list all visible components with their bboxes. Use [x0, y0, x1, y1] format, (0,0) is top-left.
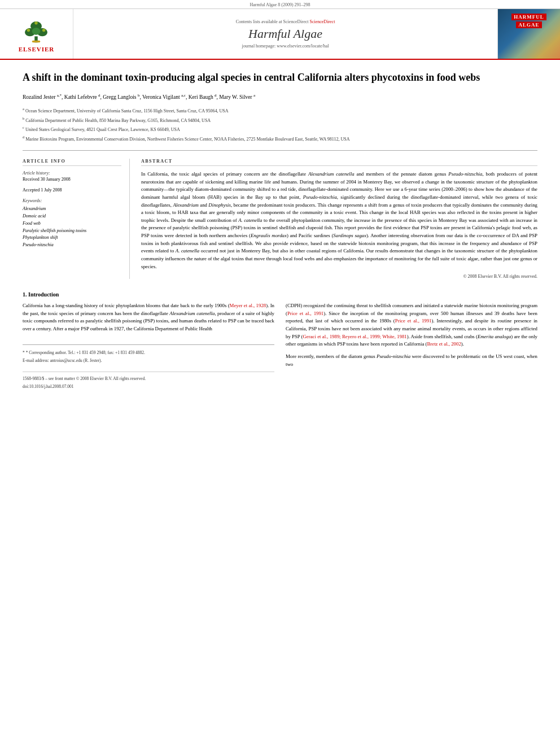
cite-geraci[interactable]: Geraci et al., 1989; Reyero et al., 1999… [303, 334, 407, 339]
journal-header: ELSEVIER Contents lists available at Sci… [0, 9, 560, 60]
abstract-copyright: © 2008 Elsevier B.V. All rights reserved… [141, 274, 537, 279]
authors-text: Rozalind Jester a,*, Kathi Lefebvre d, G… [23, 94, 255, 100]
affil-d: d Marine Biotoxins Program, Environmenta… [23, 134, 537, 142]
elsevier-tree-icon [19, 16, 53, 44]
intro-left-col: California has a long-standing history o… [23, 302, 274, 392]
keyword-6: Pseudo-nitzschia [23, 242, 121, 249]
svg-rect-5 [32, 40, 41, 42]
sciencedirect-link[interactable]: ScienceDirect [309, 19, 335, 24]
cite-price2[interactable]: Price et al., 1991 [395, 318, 432, 324]
journal-homepage: journal homepage: www.elsevier.com/locat… [242, 43, 329, 49]
cover-image: HARMFUL ALGAE [498, 9, 560, 59]
keyword-3: Food web [23, 220, 121, 228]
elsevier-logo: ELSEVIER [19, 16, 55, 53]
cover-algae-text: ALGAE [516, 21, 541, 28]
intro-right-col: (CDPH) recognized the continuing threat … [286, 302, 537, 392]
accepted-date: Accepted 1 July 2008 [23, 187, 121, 193]
doi-text: doi:10.1016/j.hal.2008.07.001 [23, 383, 274, 390]
svg-point-4 [32, 27, 41, 34]
svg-point-7 [42, 28, 45, 31]
cite-meyer[interactable]: Meyer et al., 1928 [230, 303, 266, 308]
keywords-label: Keywords: [23, 198, 121, 203]
journal-cover-box: HARMFUL ALGAE [498, 9, 560, 59]
journal-citation: Harmful Algae 8 (2009) 291–298 [250, 2, 310, 7]
authors-line: Rozalind Jester a,*, Kathi Lefebvre d, G… [23, 92, 537, 101]
cite-bretz[interactable]: Bretz et al., 2002 [427, 341, 461, 347]
intro-para-right-2: More recently, members of the diatom gen… [286, 353, 537, 368]
keyword-2: Domoic acid [23, 213, 121, 220]
footnote-corresponding: * * Corresponding author. Tel.: +1 831 4… [23, 350, 274, 356]
intro-para-right-1: (CDPH) recognized the continuing threat … [286, 302, 537, 348]
article-title: A shift in the dominant toxin-producing … [23, 71, 537, 84]
affil-a: a Ocean Science Department, University o… [23, 106, 537, 114]
abstract-label: ABSTRACT [141, 159, 537, 166]
keyword-1: Alexandrium [23, 206, 121, 213]
abstract-text: In California, the toxic algal species o… [141, 171, 537, 270]
sciencedirect-line: Contents lists available at ScienceDirec… [236, 19, 335, 24]
cover-harmful-text: HARMFUL [511, 14, 546, 20]
svg-point-6 [27, 28, 30, 31]
elsevier-text: ELSEVIER [19, 46, 55, 53]
intro-two-col: California has a long-standing history o… [23, 302, 537, 392]
footnote-email: E-mail address: antroius@ucsc.edu (R. Je… [23, 357, 274, 364]
elsevier-logo-box: ELSEVIER [0, 9, 73, 59]
cite-price1[interactable]: Price et al., 1991 [287, 311, 323, 316]
affil-b: b California Department of Public Health… [23, 116, 537, 124]
affil-c: c United States Geological Survey, 4821 … [23, 125, 537, 133]
introduction-section: 1. Introduction California has a long-st… [23, 291, 537, 392]
journal-title-main: Harmful Algae [248, 27, 322, 41]
issn-text: 1568-9883/$ – see front matter © 2008 El… [23, 375, 274, 382]
history-label: Article history: [23, 171, 121, 176]
keyword-5: Phytoplankton shift [23, 234, 121, 242]
intro-title: 1. Introduction [23, 291, 537, 298]
intro-para-1: California has a long-standing history o… [23, 302, 274, 333]
article-info-column: ARTICLE INFO Article history: Received 3… [23, 159, 130, 279]
svg-point-8 [35, 21, 38, 24]
top-bar: Harmful Algae 8 (2009) 291–298 [0, 0, 560, 9]
article-info-label: ARTICLE INFO [23, 159, 121, 166]
article-body: A shift in the dominant toxin-producing … [0, 60, 560, 403]
footer-bar: 1568-9883/$ – see front matter © 2008 El… [23, 372, 274, 390]
section-divider [23, 150, 537, 151]
abstract-column: ABSTRACT In California, the toxic algal … [141, 159, 537, 279]
cover-text-box: HARMFUL ALGAE [498, 14, 560, 28]
journal-center-info: Contents lists available at ScienceDirec… [73, 9, 498, 59]
keyword-4: Paralytic shellfish poisoning toxins [23, 228, 121, 235]
received-date: Received 30 January 2008 [23, 177, 121, 182]
article-info-abstract: ARTICLE INFO Article history: Received 3… [23, 159, 537, 279]
footnotes-block: * * Corresponding author. Tel.: +1 831 4… [23, 344, 274, 364]
